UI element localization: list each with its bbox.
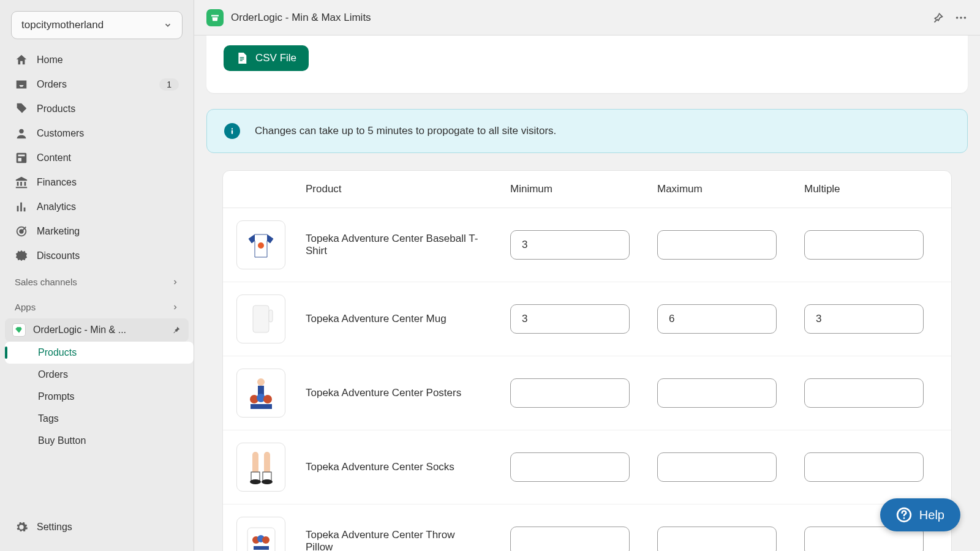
product-name: Topeka Adventure Center Throw Pillow	[306, 529, 496, 551]
table-header: Product Minimum Maximum Multiple	[223, 171, 951, 208]
svg-point-0	[19, 129, 23, 133]
nav-discounts[interactable]: Discounts	[5, 244, 189, 268]
minimum-input[interactable]	[510, 230, 630, 260]
svg-rect-26	[251, 472, 260, 481]
svg-point-18	[257, 378, 265, 386]
chevron-right-icon	[172, 279, 179, 286]
app-name: OrderLogic - Min & ...	[33, 324, 167, 335]
tag-icon	[15, 102, 28, 116]
product-thumb	[236, 369, 285, 418]
nav-label: Content	[37, 152, 179, 163]
person-icon	[15, 127, 28, 140]
store-name: topcitymotherland	[21, 19, 104, 31]
product-name: Topeka Adventure Center Baseball T-Shirt	[306, 233, 496, 257]
gear-icon	[15, 520, 28, 534]
product-thumb	[236, 220, 285, 269]
layout-icon	[15, 151, 28, 165]
maximum-input[interactable]	[657, 304, 777, 334]
nav-content[interactable]: Content	[5, 146, 189, 170]
settings-label: Settings	[37, 522, 72, 533]
nav-label: Customers	[37, 128, 179, 139]
nav-customers[interactable]: Customers	[5, 121, 189, 146]
bank-icon	[15, 176, 28, 189]
svg-point-8	[960, 17, 962, 19]
svg-point-36	[903, 517, 905, 519]
inbox-icon	[15, 78, 28, 91]
pin-icon[interactable]	[931, 11, 944, 24]
nav-home[interactable]: Home	[5, 48, 189, 72]
store-selector[interactable]: topcitymotherland	[11, 11, 183, 39]
more-icon[interactable]	[954, 11, 968, 24]
svg-point-29	[262, 479, 273, 484]
csv-card: CSV File	[206, 36, 968, 93]
svg-rect-16	[253, 305, 269, 332]
info-icon	[224, 123, 240, 139]
multiple-input[interactable]	[804, 304, 924, 334]
nav-label: Orders	[37, 79, 159, 90]
table-row: Topeka Adventure Center Posters	[223, 356, 951, 430]
nav-finances[interactable]: Finances	[5, 170, 189, 195]
svg-rect-2	[17, 206, 19, 211]
product-thumb	[236, 443, 285, 492]
nav-label: Marketing	[37, 226, 179, 237]
nav-analytics[interactable]: Analytics	[5, 195, 189, 219]
nav-settings[interactable]: Settings	[0, 514, 194, 540]
apps-heading[interactable]: Apps	[0, 293, 194, 318]
sales-channels-heading[interactable]: Sales channels	[0, 268, 194, 293]
multiple-input[interactable]	[804, 230, 924, 260]
th-minimum: Minimum	[510, 183, 657, 195]
svg-point-7	[956, 17, 959, 19]
banner-message: Changes can take up to 5 minutes to prop…	[255, 125, 556, 137]
th-product: Product	[306, 183, 510, 195]
svg-rect-11	[240, 59, 244, 59]
svg-rect-4	[24, 208, 26, 211]
app-entry-orderlogic[interactable]: OrderLogic - Min & ...	[5, 318, 189, 342]
sub-orders[interactable]: Orders	[5, 364, 194, 386]
main-area: OrderLogic - Min & Max Limits CSV File C…	[194, 0, 980, 551]
svg-point-13	[232, 128, 233, 129]
svg-rect-12	[240, 60, 243, 61]
svg-rect-3	[20, 203, 22, 212]
heading-label: Sales channels	[15, 277, 77, 287]
help-button[interactable]: Help	[880, 498, 960, 531]
multiple-input[interactable]	[804, 378, 924, 408]
th-maximum: Maximum	[657, 183, 804, 195]
nav-orders[interactable]: Orders 1	[5, 72, 189, 97]
svg-rect-34	[254, 546, 269, 550]
minimum-input[interactable]	[510, 378, 630, 408]
bars-icon	[15, 200, 28, 214]
svg-point-22	[263, 395, 272, 403]
nav-marketing[interactable]: Marketing	[5, 219, 189, 244]
products-table: Product Minimum Maximum Multiple Topeka …	[222, 170, 952, 551]
table-row: Topeka Adventure Center Socks	[223, 430, 951, 504]
nav-label: Products	[37, 103, 179, 114]
minimum-input[interactable]	[510, 304, 630, 334]
app-sub-nav: Products Orders Prompts Tags Buy Button	[5, 342, 194, 452]
minimum-input[interactable]	[510, 452, 630, 482]
nav-products[interactable]: Products	[5, 97, 189, 121]
target-icon	[15, 225, 28, 238]
question-icon	[896, 507, 912, 523]
page-title: OrderLogic - Min & Max Limits	[231, 12, 921, 24]
minimum-input[interactable]	[510, 527, 630, 551]
sub-prompts[interactable]: Prompts	[5, 386, 194, 408]
product-name: Topeka Adventure Center Posters	[306, 387, 496, 399]
content: CSV File Changes can take up to 5 minute…	[194, 36, 980, 551]
sub-products[interactable]: Products	[5, 342, 194, 364]
product-thumb	[236, 517, 285, 551]
sub-tags[interactable]: Tags	[5, 408, 194, 430]
maximum-input[interactable]	[657, 527, 777, 551]
th-multiple: Multiple	[804, 183, 951, 195]
pin-icon[interactable]	[172, 325, 181, 335]
multiple-input[interactable]	[804, 452, 924, 482]
csv-label: CSV File	[255, 52, 296, 64]
chevron-right-icon	[172, 304, 179, 311]
maximum-input[interactable]	[657, 378, 777, 408]
sub-buy-button[interactable]: Buy Button	[5, 430, 194, 452]
csv-file-button[interactable]: CSV File	[224, 45, 309, 71]
maximum-input[interactable]	[657, 452, 777, 482]
svg-rect-17	[269, 310, 273, 322]
heading-label: Apps	[15, 302, 36, 312]
maximum-input[interactable]	[657, 230, 777, 260]
sidebar: topcitymotherland Home Orders 1 Products…	[0, 0, 194, 551]
